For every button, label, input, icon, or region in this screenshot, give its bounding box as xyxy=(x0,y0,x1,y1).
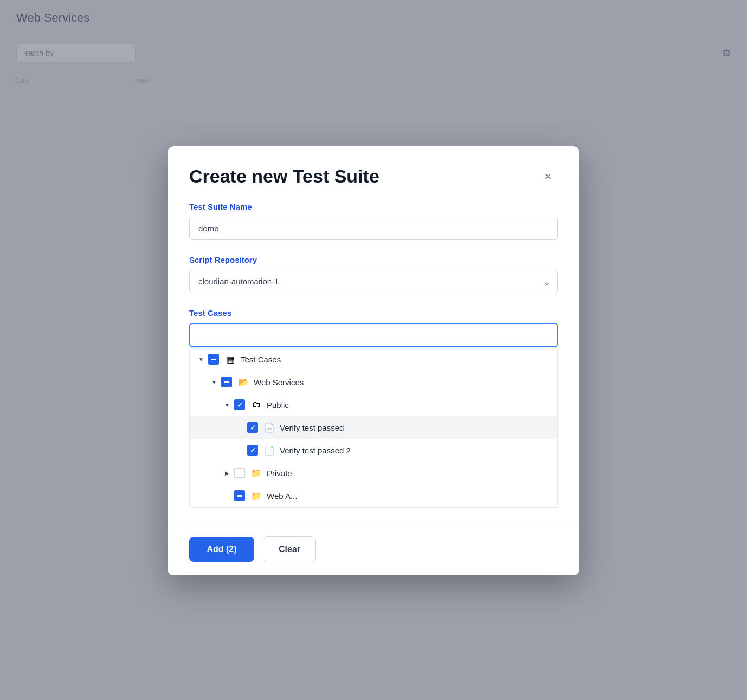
label-private: Private xyxy=(267,469,292,478)
test-cases-field: Test Cases ▦ Test Cases 📂 xyxy=(189,308,558,508)
file-icon-2: 📄 xyxy=(263,444,275,456)
checkbox-web-services[interactable] xyxy=(221,377,232,387)
label-verify-2: Verify test passed 2 xyxy=(280,446,351,455)
table-icon: ▦ xyxy=(224,353,236,365)
repo-label: Script Repository xyxy=(189,255,558,264)
folder-open-gray-icon: 🗂 xyxy=(250,399,262,411)
file-icon-1: 📄 xyxy=(263,422,275,433)
add-button[interactable]: Add (2) xyxy=(189,537,254,562)
repo-select-wrapper: cloudian-automation-1 ⌄ xyxy=(189,270,558,293)
test-suite-name-field: Test Suite Name xyxy=(189,202,558,240)
folder-closed-icon-web-a: 📁 xyxy=(250,490,262,502)
test-cases-tree: ▦ Test Cases 📂 Web Services 🗂 xyxy=(189,347,558,508)
test-cases-search-input[interactable] xyxy=(189,323,558,347)
label-test-cases: Test Cases xyxy=(241,355,281,364)
create-test-suite-modal: Create new Test Suite × Test Suite Name … xyxy=(168,146,579,575)
checkbox-test-cases[interactable] xyxy=(208,354,219,365)
test-cases-label: Test Cases xyxy=(189,308,558,317)
checkbox-private[interactable] xyxy=(234,468,245,478)
modal-footer: Add (2) Clear xyxy=(168,523,579,575)
chevron-web-services xyxy=(209,377,219,387)
tree-node-web-services[interactable]: 📂 Web Services xyxy=(190,371,557,393)
chevron-public xyxy=(222,400,232,410)
clear-button[interactable]: Clear xyxy=(263,536,316,562)
label-public: Public xyxy=(267,400,289,410)
checkbox-public[interactable] xyxy=(234,399,245,410)
tree-node-web-a[interactable]: 📁 Web A... xyxy=(190,484,557,507)
label-web-services: Web Services xyxy=(254,378,304,387)
modal-header: Create new Test Suite × xyxy=(168,146,579,202)
close-button[interactable]: × xyxy=(538,167,558,186)
folder-open-icon: 📂 xyxy=(237,376,249,388)
modal-body: Test Suite Name Script Repository cloudi… xyxy=(168,202,579,523)
checkbox-web-a[interactable] xyxy=(234,490,245,501)
modal-overlay: Create new Test Suite × Test Suite Name … xyxy=(0,0,747,700)
tree-node-test-cases[interactable]: ▦ Test Cases xyxy=(190,348,557,371)
modal-title: Create new Test Suite xyxy=(189,166,379,187)
tree-node-verify-1[interactable]: 📄 Verify test passed xyxy=(190,416,557,439)
name-label: Test Suite Name xyxy=(189,202,558,211)
checkbox-verify-2[interactable] xyxy=(247,445,258,456)
folder-closed-icon-private: 📁 xyxy=(250,467,262,479)
chevron-test-cases xyxy=(196,354,206,364)
repo-select[interactable]: cloudian-automation-1 xyxy=(189,270,558,293)
label-verify-1: Verify test passed xyxy=(280,423,344,432)
tree-node-private[interactable]: 📁 Private xyxy=(190,462,557,484)
name-input[interactable] xyxy=(189,217,558,240)
script-repository-field: Script Repository cloudian-automation-1 … xyxy=(189,255,558,293)
chevron-private xyxy=(222,468,232,478)
label-web-a: Web A... xyxy=(267,491,297,501)
checkbox-verify-1[interactable] xyxy=(247,422,258,433)
tree-node-verify-2[interactable]: 📄 Verify test passed 2 xyxy=(190,439,557,462)
tree-node-public[interactable]: 🗂 Public xyxy=(190,393,557,416)
